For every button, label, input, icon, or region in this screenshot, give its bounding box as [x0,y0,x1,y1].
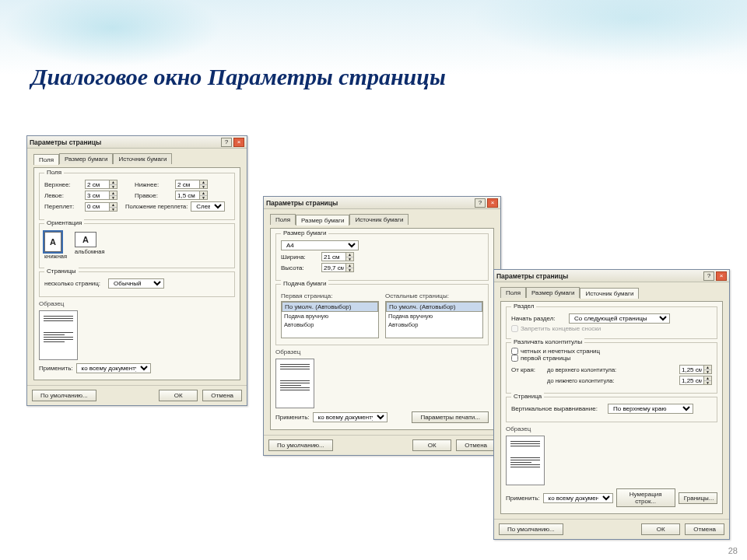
header-dist-spinner[interactable]: ▲▼ [679,365,712,374]
tab-fields[interactable]: Поля [500,287,526,298]
height-spinner[interactable]: ▲▼ [321,263,354,272]
apply-select[interactable]: ко всему документу [313,412,388,422]
left-spinner[interactable]: ▲▼ [85,191,117,200]
label-from-edge: От края: [511,366,544,373]
label-valign: Вертикальное выравнивание: [511,405,605,412]
hf-legend: Различать колонтитулы [511,338,584,345]
tab-paper[interactable]: Размер бумаги [59,153,113,164]
label-bottom: Нижнее: [135,181,172,188]
diff-odd-even-checkbox[interactable] [511,348,518,355]
apply-select[interactable]: ко всему документу [76,363,151,373]
size-legend: Размер бумаги [281,229,328,236]
footer-dist-spinner[interactable]: ▲▼ [679,376,712,385]
diff-first-checkbox[interactable] [511,355,518,362]
pages-legend: Страницы [44,268,79,275]
ok-button[interactable]: ОК [641,523,680,535]
titlebar[interactable]: Параметры страницы ? × [27,136,247,149]
dialog-title: Параметры страницы [30,138,101,146]
multi-select[interactable]: Обычный [108,278,164,289]
portrait-icon: A [44,232,61,252]
help-icon[interactable]: ? [221,138,232,147]
suppress-endnotes-checkbox [511,325,518,332]
tab-source[interactable]: Источник бумаги [580,288,639,299]
start-select[interactable]: Со следующей страницы [569,313,670,324]
label-height: Высота: [281,264,318,271]
close-icon[interactable]: × [487,198,498,208]
tab-fields[interactable]: Поля [270,214,296,225]
valign-select[interactable]: По верхнему краю [608,404,693,414]
dialog-fields: Параметры страницы ? × Поля Размер бумаг… [26,135,247,406]
default-button[interactable]: По умолчанию... [32,390,96,401]
default-button[interactable]: По умолчанию... [499,523,563,535]
label-suppress: Запретить концевые сноски [521,325,601,332]
label-multi: несколько страниц: [44,280,100,287]
label-apply: Применить: [506,495,540,502]
line-numbers-button[interactable]: Нумерация строк... [616,488,675,507]
dialog-title: Параметры страницы [496,272,568,280]
tab-source[interactable]: Источник бумаги [113,153,172,164]
sample-label: Образец [506,425,717,432]
label-start: Начать раздел: [511,315,566,322]
label-apply: Применить: [275,414,310,421]
preview [275,359,314,408]
label-width: Ширина: [281,254,318,261]
cancel-button[interactable]: Отмена [685,523,724,535]
gutter-pos-select[interactable]: Слева [191,201,225,212]
first-tray-list[interactable]: По умолч. (Автовыбор) Подача вручную Авт… [281,301,379,338]
default-button[interactable]: По умолчанию... [268,439,333,451]
orient-portrait[interactable]: A книжная [44,232,67,260]
apply-select[interactable]: ко всему документу [543,493,613,503]
help-icon[interactable]: ? [475,198,486,208]
help-icon[interactable]: ? [703,271,714,281]
sample-label: Образец [39,300,235,307]
width-spinner[interactable]: ▲▼ [321,252,354,261]
slide-number: 28 [728,546,738,555]
label-apply: Применить: [39,365,73,372]
tab-fields[interactable]: Поля [33,154,59,165]
ok-button[interactable]: ОК [412,439,451,451]
dialog-source: Параметры страницы ? × Поля Размер бумаг… [493,269,730,540]
label-to-footer: до нижнего колонтитула: [547,377,676,384]
page-legend: Страница [511,393,544,400]
label-top: Верхнее: [44,181,82,188]
preview [39,310,78,360]
ok-button[interactable]: ОК [159,390,198,401]
label-gutter-pos: Положение переплета: [125,203,188,210]
close-icon[interactable]: × [233,138,244,147]
label-to-header: до верхнего колонтитула: [547,366,676,373]
right-spinner[interactable]: ▲▼ [175,191,208,200]
dialog-title: Параметры страницы [266,199,338,207]
tab-source[interactable]: Источник бумаги [349,214,409,225]
bottom-spinner[interactable]: ▲▼ [175,180,208,189]
section-legend: Раздел [511,303,536,310]
close-icon[interactable]: × [716,271,727,281]
top-spinner[interactable]: ▲▼ [85,180,117,189]
tab-paper[interactable]: Размер бумаги [526,287,580,298]
label-other: Остальные страницы: [385,292,483,299]
preview [506,436,545,485]
borders-button[interactable]: Границы... [679,492,717,504]
titlebar[interactable]: Параметры страницы ? × [264,197,500,209]
fields-legend: Поля [44,169,64,176]
tab-paper[interactable]: Размер бумаги [296,215,349,226]
print-options-button[interactable]: Параметры печати... [412,411,489,423]
gutter-spinner[interactable]: ▲▼ [85,202,117,212]
orient-landscape[interactable]: A альбомная [75,232,104,260]
label-first: Первая страница: [281,292,379,299]
tray-legend: Подача бумаги [281,280,328,287]
cancel-button[interactable]: Отмена [202,390,242,401]
titlebar[interactable]: Параметры страницы ? × [494,270,729,282]
sample-label: Образец [275,348,489,355]
dialog-paper: Параметры страницы ? × Поля Размер бумаг… [263,196,501,456]
label-left: Левое: [44,192,82,199]
paper-size-select[interactable]: A4 [281,240,359,250]
slide-title: Диалоговое окно Параметры страницы [31,64,446,90]
orient-legend: Ориентация [44,219,84,226]
other-tray-list[interactable]: По умолч. (Автовыбор) Подача вручную Авт… [385,301,483,338]
label-right: Правое: [135,192,172,199]
cancel-button[interactable]: Отмена [456,439,496,451]
landscape-icon: A [75,232,96,247]
label-gutter: Переплет: [44,203,82,210]
